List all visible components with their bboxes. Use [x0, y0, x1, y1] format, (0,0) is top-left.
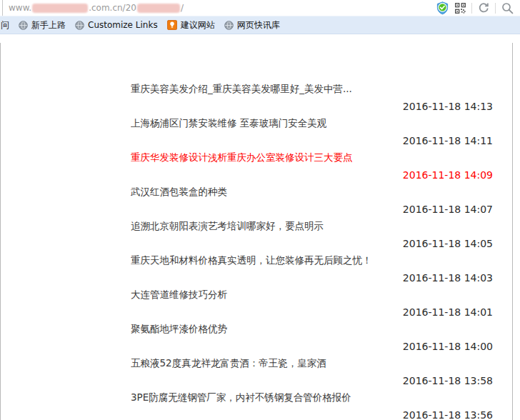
page-content: 重庆美容美发介绍_重庆美容美发哪里好_美发中营...2016-11-18 14:… — [0, 43, 513, 420]
article-row: 上海杨浦区门禁安装维修 至泰玻璃门安全美观2016-11-18 14:11 — [131, 114, 493, 149]
url-redaction-blob — [32, 4, 88, 13]
article-title-link[interactable]: 五粮液52度真龙祥龙富贵酒：帝王瓷，皇家酒 — [131, 354, 493, 371]
search-icon[interactable] — [501, 2, 514, 14]
favorites-item-label: 建议网站 — [181, 19, 215, 31]
article-timestamp: 2016-11-18 14:05 — [131, 234, 493, 251]
article-row: 3PE防腐无缝钢管厂家，内衬不锈钢复合管价格报价2016-11-18 13:56 — [131, 389, 493, 420]
globe-icon — [19, 21, 28, 30]
url-text-mid: .com.cn/20 — [89, 3, 136, 13]
favorites-item-label: Customize Links — [88, 20, 158, 30]
article-title-link[interactable]: 聚氨酯地坪漆价格优势 — [131, 320, 493, 337]
article-row: 重庆华发装修设计浅析重庆办公室装修设计三大要点2016-11-18 14:09 — [131, 149, 493, 183]
favorites-item[interactable]: 问 — [1, 19, 9, 31]
suggested-sites-icon — [167, 20, 177, 30]
favorites-item-label: 问 — [1, 19, 9, 31]
favorites-bar: 问新手上路Customize Links建议网站网页快讯库 — [0, 16, 520, 34]
security-shield-icon[interactable] — [436, 1, 449, 15]
article-timestamp: 2016-11-18 14:13 — [131, 97, 493, 114]
chrome-page-gap — [0, 34, 520, 43]
article-title-link[interactable]: 重庆天地和材料价格真实透明，让您装修再无后顾之忧！ — [131, 251, 493, 269]
article-title-link[interactable]: 上海杨浦区门禁安装维修 至泰玻璃门安全美观 — [131, 114, 493, 131]
favorites-item-label: 网页快讯库 — [237, 19, 280, 31]
article-timestamp: 2016-11-18 14:00 — [131, 337, 493, 354]
article-row: 追溯北京朝阳表演艺考培训哪家好，要点明示2016-11-18 14:05 — [131, 217, 493, 251]
qr-code-icon[interactable] — [455, 3, 466, 14]
article-timestamp: 2016-11-18 14:11 — [131, 131, 493, 149]
article-list: 重庆美容美发介绍_重庆美容美发哪里好_美发中营...2016-11-18 14:… — [1, 43, 512, 420]
favorites-item[interactable]: Customize Links — [75, 20, 158, 30]
url-text-prefix: www. — [9, 3, 31, 13]
article-timestamp: 2016-11-18 14:01 — [131, 303, 493, 320]
article-title-link[interactable]: 3PE防腐无缝钢管厂家，内衬不锈钢复合管价格报价 — [131, 389, 493, 406]
toolbar-separator — [471, 3, 472, 14]
article-row: 武汉红酒包装盒的种类2016-11-18 14:07 — [131, 183, 493, 217]
article-row: 聚氨酯地坪漆价格优势2016-11-18 14:00 — [131, 320, 493, 354]
url-text-suffix: / — [181, 3, 184, 13]
favorites-bar-items: 问新手上路Customize Links建议网站网页快讯库 — [1, 19, 289, 31]
url-input[interactable]: www..com.cn/20/ — [2, 0, 431, 16]
favorites-item[interactable]: 网页快讯库 — [224, 19, 280, 31]
browser-address-strip: www..com.cn/20/ — [0, 0, 520, 16]
toolbar-separator — [495, 3, 496, 14]
article-row: 重庆天地和材料价格真实透明，让您装修再无后顾之忧！2016-11-18 14:0… — [131, 251, 493, 286]
article-timestamp: 2016-11-18 13:58 — [131, 371, 493, 389]
article-timestamp: 2016-11-18 13:56 — [131, 406, 493, 420]
article-timestamp: 2016-11-18 14:03 — [131, 269, 493, 286]
globe-icon — [224, 21, 234, 30]
article-title-link[interactable]: 重庆美容美发介绍_重庆美容美发哪里好_美发中营... — [131, 80, 493, 97]
favorites-item[interactable]: 新手上路 — [19, 19, 66, 31]
article-title-link[interactable]: 武汉红酒包装盒的种类 — [131, 183, 493, 200]
favorites-item-label: 新手上路 — [31, 19, 66, 31]
article-timestamp: 2016-11-18 14:07 — [131, 200, 493, 217]
favorites-item[interactable]: 建议网站 — [167, 19, 215, 31]
globe-icon — [75, 21, 84, 30]
article-row: 五粮液52度真龙祥龙富贵酒：帝王瓷，皇家酒2016-11-18 13:58 — [131, 354, 493, 389]
article-title-link[interactable]: 重庆华发装修设计浅析重庆办公室装修设计三大要点 — [131, 149, 493, 166]
article-timestamp: 2016-11-18 14:09 — [131, 166, 493, 183]
article-title-link[interactable]: 大连管道维修技巧分析 — [131, 286, 493, 303]
refresh-icon[interactable] — [478, 2, 489, 14]
article-title-link[interactable]: 追溯北京朝阳表演艺考培训哪家好，要点明示 — [131, 217, 493, 234]
address-bar-icons — [431, 1, 520, 15]
article-row: 大连管道维修技巧分析2016-11-18 14:01 — [131, 286, 493, 320]
url-redaction-blob — [137, 4, 180, 13]
article-row: 重庆美容美发介绍_重庆美容美发哪里好_美发中营...2016-11-18 14:… — [131, 80, 493, 114]
